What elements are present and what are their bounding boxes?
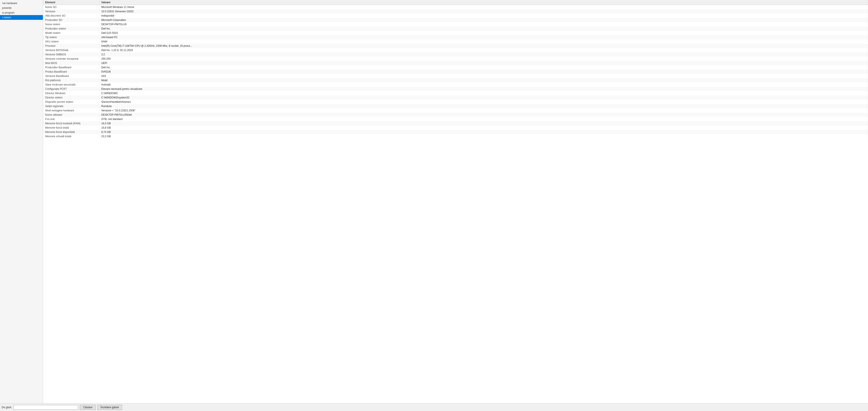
cell-value: 255.255 [99,57,868,61]
info-table: Element Valoare Nume SOMicrosoft Windows… [43,0,868,139]
cell-element: Setări regionale [43,104,99,108]
close-find-button[interactable]: Închidere găsire [97,405,122,410]
cell-element: Director Windows [43,91,99,95]
sidebar-item-sumar-sistem[interactable]: t sistem [0,15,43,20]
cell-value: Mobil [99,78,868,83]
table-row: SKU sistem0A64 [43,39,868,44]
table-row: Producător sistemDell Inc. [43,27,868,31]
cell-value: \Device\HarddiskVolume1 [99,100,868,104]
cell-element: Memorie fizică totală [43,125,99,130]
cell-value: Microsoft Corporation [99,18,868,22]
table-row: Nume SOMicrosoft Windows 11 Home [43,5,868,9]
table-row: Producător BaseBoardDell Inc. [43,65,868,69]
table-row: Director sistemC:\WINDOWS\system32 [43,95,868,100]
table-row: ProcesorIntel(R) Core(TM) i7-10870H CPU … [43,44,868,48]
bottom-bar: De găsit: Căutare Închidere găsire [0,403,868,411]
cell-value: 10.0.22631 Generare 22631 [99,9,868,13]
cell-element: Rol platformă [43,78,99,83]
cell-value: 8,74 GB [99,130,868,134]
col-value: Valoare [99,0,868,5]
cell-element: Mod BIOS [43,61,99,65]
table-row: Nume utilizatorDESKTOP-PM7GLU9\Dell [43,113,868,117]
cell-element: Model sistem [43,31,99,35]
cell-value: 0A64 [99,39,868,44]
cell-element: Stare încărcare securizată [43,83,99,87]
cell-element: Tip sistem [43,35,99,39]
cell-value: A03 [99,74,868,78]
cell-element: Fus orar [43,117,99,121]
table-row: Stare încărcare securizatăActivată [43,83,868,87]
cell-value: DESKTOP-PM7GLU9\Dell [99,113,868,117]
table-row: Versiune controler încorporat255.255 [43,57,868,61]
cell-value: 15,8 GB [99,125,868,130]
cell-element: Procesor [43,44,99,48]
table-row: Memorie fizică disponibilă8,74 GB [43,130,868,134]
cell-element: Producător BaseBoard [43,65,99,69]
table-row: Nume sistemDESKTOP-PM7GLU9 [43,22,868,27]
cell-value: Indisponibil [99,13,868,18]
cell-value: România [99,104,868,108]
cell-element: Versiune BIOS/Dată [43,48,99,52]
cell-element: Memorie virtuală totală [43,134,99,139]
col-element: Element [43,0,99,5]
table-row: Setări regionaleRomânia [43,104,868,108]
cell-value: x64-based PC [99,35,868,39]
cell-element: Dispozitiv pornire sistem [43,100,99,104]
cell-element: Versiune [43,9,99,13]
sidebar-item-mediu-program[interactable]: iu program [0,10,43,15]
search-button[interactable]: Căutare [80,405,96,410]
cell-value: UEFI [99,61,868,65]
table-row: Versiune BIOS/DatăDell Inc. 1.21.0, 02.1… [43,48,868,52]
cell-element: Nume utilizator [43,113,99,117]
table-row: Mod BIOSUEFI [43,61,868,65]
cell-value: Elevare necesară pentru vizualizare [99,87,868,91]
table-row: Memorie virtuală totală23,3 GB [43,134,868,139]
cell-element: Producător SO [43,18,99,22]
cell-value: Dell Inc. [99,27,868,31]
cell-element: SKU sistem [43,39,99,44]
cell-element: Configurație PCR7 [43,87,99,91]
table-row: Rol platformăMobil [43,78,868,83]
cell-element: Versiune BaseBoard [43,74,99,78]
cell-element: Nivel extragere hardware [43,108,99,113]
table-row: Memorie fizică instalată (RAM)16,0 GB [43,121,868,125]
table-row: Versiune SMBIOS3.2 [43,52,868,57]
table-row: Versiune BaseBoardA03 [43,74,868,78]
cell-value: Dell Inc. 1.21.0, 02.11.2023 [99,48,868,52]
cell-element: Altă descriere SO [43,13,99,18]
cell-element: Nume SO [43,5,99,9]
sidebar-item-componente[interactable]: ponente [0,6,43,10]
content-area: Element Valoare Nume SOMicrosoft Windows… [43,0,868,403]
cell-value: 0VKDJ6 [99,69,868,74]
cell-element: Versiune controler încorporat [43,57,99,61]
cell-value: DESKTOP-PM7GLU9 [99,22,868,27]
cell-element: Producător sistem [43,27,99,31]
cell-value: Microsoft Windows 11 Home [99,5,868,9]
cell-value: Dell G15 5510 [99,31,868,35]
table-row: Versiune10.0.22631 Generare 22631 [43,9,868,13]
cell-element: Versiune SMBIOS [43,52,99,57]
table-row: Director WindowsC:\WINDOWS [43,91,868,95]
table-row: Fus orarGTB, oră standard [43,117,868,121]
cell-value: Dell Inc. [99,65,868,69]
cell-value: Intel(R) Core(TM) i7-10870H CPU @ 2.20GH… [99,44,868,48]
cell-value: 3.2 [99,52,868,57]
cell-element: Memorie fizică disponibilă [43,130,99,134]
table-row: Model sistemDell G15 5510 [43,31,868,35]
table-row: Producător SOMicrosoft Corporation [43,18,868,22]
cell-value: Activată [99,83,868,87]
table-row: Altă descriere SOIndisponibil [43,13,868,18]
table-row: Configurație PCR7Elevare necesară pentru… [43,87,868,91]
table-row: Tip sistemx64-based PC [43,35,868,39]
cell-element: Nume sistem [43,22,99,27]
search-input[interactable] [13,405,78,410]
cell-value: GTB, oră standard [99,117,868,121]
cell-value: 16,0 GB [99,121,868,125]
sidebar: rse hardwareponenteiu programt sistem [0,0,43,403]
table-row: Dispozitiv pornire sistem\Device\Harddis… [43,100,868,104]
cell-element: Director sistem [43,95,99,100]
sidebar-item-resurse-hardware[interactable]: rse hardware [0,1,43,6]
cell-element: Memorie fizică instalată (RAM) [43,121,99,125]
table-row: Memorie fizică totală15,8 GB [43,125,868,130]
cell-value: 23,3 GB [99,134,868,139]
